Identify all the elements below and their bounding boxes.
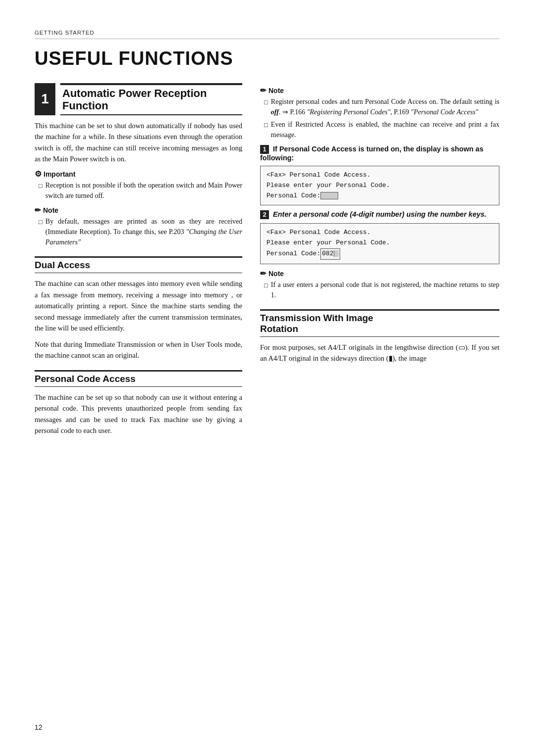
personal-note-item-2: □ Even if Restricted Access is enabled, … <box>260 119 499 140</box>
note1-label: ✏ Note <box>35 206 242 215</box>
personal-note-item-1: □ Register personal codes and turn Perso… <box>260 96 499 117</box>
note2-label: ✏ Note <box>260 269 499 278</box>
fax1-line3: Personal Code: <box>267 191 493 201</box>
note1-item-1: □ By default, messages are printed as so… <box>35 216 242 247</box>
right-column: ✏ Note □ Register personal codes and tur… <box>260 83 499 441</box>
fax1-line2: Please enter your Personal Code. <box>267 181 493 191</box>
step1-label: 1 If Personal Code Access is turned on, … <box>260 145 499 162</box>
step2-label: 2 Enter a personal code (4-digit number)… <box>260 210 499 219</box>
section1-title-block: Automatic Power Reception Function <box>60 83 242 115</box>
top-rule <box>35 39 499 39</box>
pencil-icon-1: ✏ <box>35 206 41 215</box>
checkbox-icon: □ <box>39 217 43 227</box>
pencil-icon-3: ✏ <box>260 269 267 278</box>
section1-body: This machine can be set to shut down aut… <box>35 120 242 165</box>
fax2-line1: <Fax> Personal Code Access. <box>267 228 493 238</box>
breadcrumb: Getting Started <box>35 30 499 36</box>
important-icon: ⚙ <box>35 169 42 179</box>
section1-title: Automatic Power Reception Function <box>62 87 242 112</box>
dual-access-body2: Note that during Immediate Transmission … <box>35 339 242 361</box>
fax-display-1: <Fax> Personal Code Access. Please enter… <box>260 166 499 205</box>
dual-access-title: Dual Access <box>35 260 242 271</box>
note1-block: ✏ Note □ By default, messages are printe… <box>35 206 242 247</box>
dual-access-header: Dual Access <box>35 256 242 273</box>
section1-number: 1 <box>35 83 55 115</box>
personal-note-label: ✏ Note <box>260 86 499 95</box>
section1-header: 1 Automatic Power Reception Function <box>35 83 242 115</box>
fax2-line2: Please enter your Personal Code. <box>267 238 493 248</box>
page-number: 12 <box>35 723 43 731</box>
transmission-header: Transmission With Image Rotation <box>260 309 499 337</box>
personal-code-header: Personal Code Access <box>35 370 242 387</box>
important-item-1: □ Reception is not possible if both the … <box>35 180 242 201</box>
two-col-layout: 1 Automatic Power Reception Function Thi… <box>35 83 499 441</box>
note2-block: ✏ Note □ If a user enters a personal cod… <box>260 269 499 300</box>
pencil-icon-2: ✏ <box>260 86 267 95</box>
checkbox-icon: □ <box>264 97 268 107</box>
left-column: 1 Automatic Power Reception Function Thi… <box>35 83 242 441</box>
fax2-value: 082 <box>320 248 340 260</box>
transmission-title: Transmission With Image Rotation <box>260 313 499 334</box>
transmission-body: For most purposes, set A4/LT originals i… <box>260 342 499 364</box>
important-block: ⚙ Important □ Reception is not possible … <box>35 169 242 201</box>
fax-display-2: <Fax> Personal Code Access. Please enter… <box>260 223 499 264</box>
fax2-line3: Personal Code: 082 <box>267 248 493 260</box>
fax1-line1: <Fax> Personal Code Access. <box>267 170 493 181</box>
fax1-cursor <box>320 192 338 199</box>
personal-note-block: ✏ Note □ Register personal codes and tur… <box>260 86 499 140</box>
important-label: ⚙ Important <box>35 169 242 179</box>
step1-number: 1 <box>260 145 269 154</box>
note2-item-1: □ If a user enters a personal code that … <box>260 280 499 300</box>
dual-access-body: The machine can scan other messages into… <box>35 278 242 333</box>
checkbox-icon: □ <box>39 181 43 191</box>
personal-code-body: The machine can be set up so that nobody… <box>35 392 242 436</box>
checkbox-icon: □ <box>264 120 268 130</box>
personal-code-title: Personal Code Access <box>35 374 242 384</box>
checkbox-icon: □ <box>264 281 268 290</box>
page-title: Useful Functions <box>35 48 499 69</box>
step2-number: 2 <box>260 210 269 219</box>
page: Getting Started Useful Functions 1 Autom… <box>0 0 534 756</box>
